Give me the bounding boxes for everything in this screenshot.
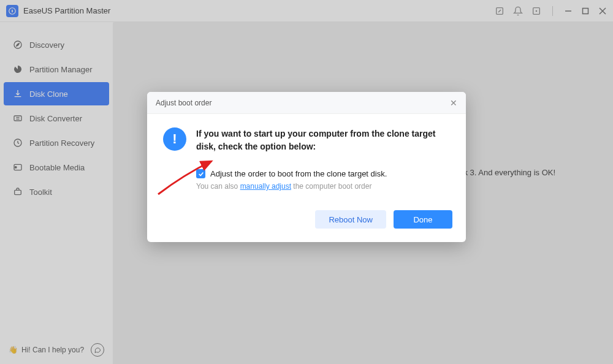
adjust-boot-order-checkbox[interactable] [196, 169, 205, 178]
helper-text: You can also manually adjust the compute… [196, 182, 450, 191]
checkbox-label: Adjust the order to boot from the clone … [210, 169, 387, 178]
info-icon: ! [163, 127, 186, 151]
done-button[interactable]: Done [394, 210, 452, 229]
dialog-headline: If you want to start up your computer fr… [196, 127, 450, 153]
dialog-title: Adjust boot order [156, 99, 211, 107]
manually-adjust-link[interactable]: manually adjust [240, 182, 291, 191]
dialog-header: Adjust boot order ✕ [147, 92, 466, 114]
adjust-boot-order-dialog: Adjust boot order ✕ ! If you want to sta… [147, 92, 466, 242]
close-icon[interactable]: ✕ [450, 98, 457, 108]
reboot-now-button[interactable]: Reboot Now [315, 210, 386, 229]
